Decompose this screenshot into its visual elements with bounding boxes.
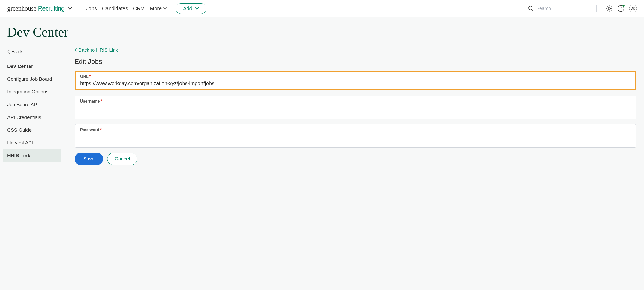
required-marker: * bbox=[100, 99, 102, 103]
nav-candidates[interactable]: Candidates bbox=[102, 6, 128, 12]
nav-crm-label: CRM bbox=[133, 6, 145, 12]
sidebar-item-label: Job Board API bbox=[7, 102, 38, 107]
sidebar-item-label: CSS Guide bbox=[7, 127, 32, 133]
form-title: Edit Jobs bbox=[75, 58, 636, 66]
field-username-label: Username* bbox=[80, 99, 631, 104]
sidebar-item-label: Configure Job Board bbox=[7, 76, 52, 82]
field-label-text: URL bbox=[80, 74, 89, 79]
main: Back to HRIS Link Edit Jobs URL* Usernam… bbox=[64, 47, 644, 165]
svg-point-3 bbox=[621, 10, 621, 10]
chevron-down-icon[interactable] bbox=[68, 7, 72, 10]
notification-dot bbox=[622, 5, 625, 7]
add-button-label: Add bbox=[183, 6, 192, 12]
cancel-button[interactable]: Cancel bbox=[107, 153, 137, 165]
sidebar-item-label: Harvest API bbox=[7, 140, 33, 146]
nav-more-label: More bbox=[150, 6, 162, 12]
top-nav: greenhouse Recruiting Jobs Candidates CR… bbox=[0, 0, 644, 17]
gear-icon bbox=[606, 5, 613, 12]
field-label-text: Password bbox=[80, 128, 99, 132]
username-input[interactable] bbox=[80, 105, 631, 111]
search-input[interactable] bbox=[536, 6, 596, 11]
breadcrumb-back-label: Back to HRIS Link bbox=[78, 47, 118, 53]
sidebar-back-label: Back bbox=[11, 49, 23, 55]
sidebar-item-label: HRIS Link bbox=[7, 153, 30, 158]
sidebar-item-label: Integration Options bbox=[7, 89, 49, 94]
sidebar-item-label: Dev Center bbox=[7, 64, 33, 69]
avatar-initials: DK bbox=[631, 7, 635, 10]
logo-word-greenhouse: greenhouse bbox=[7, 5, 36, 12]
save-button[interactable]: Save bbox=[75, 153, 103, 165]
sidebar-item-label: API Credentials bbox=[7, 115, 41, 120]
chevron-left-icon bbox=[75, 48, 77, 52]
sidebar-item-api-credentials[interactable]: API Credentials bbox=[7, 111, 64, 124]
nav-crm[interactable]: CRM bbox=[133, 6, 145, 12]
add-button[interactable]: Add bbox=[176, 3, 206, 14]
field-password: Password* bbox=[75, 124, 636, 148]
search-box[interactable] bbox=[525, 4, 597, 13]
content: Back Dev Center Configure Job Board Inte… bbox=[0, 47, 644, 175]
chevron-down-icon bbox=[163, 7, 167, 10]
sidebar-back[interactable]: Back bbox=[7, 47, 64, 60]
avatar[interactable]: DK bbox=[629, 5, 637, 12]
required-marker: * bbox=[89, 74, 91, 79]
svg-line-1 bbox=[532, 10, 533, 11]
nav-candidates-label: Candidates bbox=[102, 6, 128, 12]
sidebar-item-css-guide[interactable]: CSS Guide bbox=[7, 124, 64, 137]
field-label-text: Username bbox=[80, 99, 100, 103]
required-marker: * bbox=[100, 128, 102, 132]
field-url: URL* bbox=[75, 71, 636, 90]
nav-jobs[interactable]: Jobs bbox=[86, 6, 97, 12]
search-icon bbox=[528, 6, 534, 11]
help-button[interactable] bbox=[617, 5, 624, 12]
nav-more[interactable]: More bbox=[150, 6, 167, 12]
sidebar-item-integration-options[interactable]: Integration Options bbox=[7, 85, 64, 98]
page-title: Dev Center bbox=[0, 17, 644, 47]
sidebar-item-configure-job-board[interactable]: Configure Job Board bbox=[7, 73, 64, 86]
password-input[interactable] bbox=[80, 134, 631, 140]
sidebar-item-hris-link[interactable]: HRIS Link bbox=[3, 149, 61, 162]
button-row: Save Cancel bbox=[75, 153, 636, 165]
sidebar-item-dev-center[interactable]: Dev Center bbox=[7, 60, 64, 73]
field-url-label: URL* bbox=[80, 74, 631, 79]
settings-button[interactable] bbox=[606, 5, 613, 12]
field-username: Username* bbox=[75, 96, 636, 119]
nav-links: Jobs Candidates CRM More bbox=[86, 6, 167, 12]
breadcrumb-back[interactable]: Back to HRIS Link bbox=[75, 47, 636, 53]
topnav-icons: DK bbox=[606, 5, 637, 12]
sidebar: Back Dev Center Configure Job Board Inte… bbox=[3, 47, 64, 165]
chevron-down-icon bbox=[195, 7, 199, 10]
logo[interactable]: greenhouse Recruiting bbox=[7, 5, 72, 12]
chevron-left-icon bbox=[7, 50, 10, 54]
sidebar-item-job-board-api[interactable]: Job Board API bbox=[7, 98, 64, 111]
field-password-label: Password* bbox=[80, 128, 631, 132]
sidebar-item-harvest-api[interactable]: Harvest API bbox=[7, 137, 64, 149]
logo-word-recruiting: Recruiting bbox=[38, 5, 64, 12]
url-input[interactable] bbox=[80, 80, 631, 86]
nav-jobs-label: Jobs bbox=[86, 6, 97, 12]
